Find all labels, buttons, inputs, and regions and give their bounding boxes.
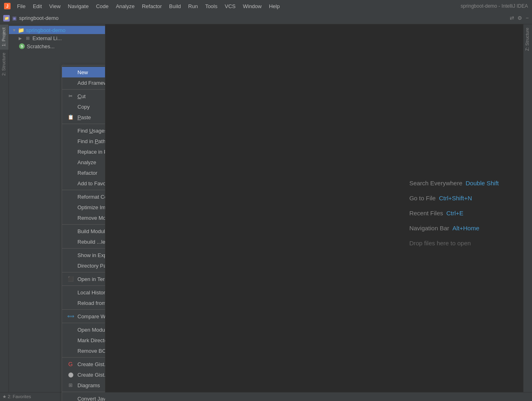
- hint-search: Search Everywhere Double Shift: [409, 179, 499, 186]
- menu-item-convert-java[interactable]: Convert Java File to Kotlin File Ctrl+Al…: [62, 393, 105, 401]
- reload-label: Reload from Disk: [77, 300, 105, 306]
- menu-item-add-favorites[interactable]: Add to Favorites ▶: [62, 178, 105, 189]
- menu-item-remove-bom[interactable]: Remove BOM: [62, 345, 105, 356]
- sep4: [62, 224, 105, 225]
- menu-item-new[interactable]: New ▶: [62, 67, 105, 77]
- sep2: [62, 124, 105, 124]
- replace-path-icon: [67, 148, 74, 155]
- menu-item-local-history[interactable]: Local History ▶: [62, 287, 105, 298]
- menu-item-find-path[interactable]: Find in Path... Ctrl+Shift+F: [62, 136, 105, 146]
- menu-run[interactable]: Run: [185, 2, 201, 11]
- menu-item-remove-module[interactable]: Remove Module Delete: [62, 212, 105, 223]
- menu-item-optimize[interactable]: Optimize Imports Ctrl+Alt+O: [62, 202, 105, 212]
- menu-item-diagrams[interactable]: ⊞ Diagrams ▶: [62, 380, 105, 390]
- menu-item-rebuild[interactable]: Rebuild ...le 'springboot-demo' Ctrl+Shi…: [62, 236, 105, 247]
- sep5: [62, 248, 105, 249]
- tree-item-scratches[interactable]: S Scratches...: [9, 42, 105, 50]
- menu-view[interactable]: View: [46, 2, 64, 11]
- menu-edit[interactable]: Edit: [30, 2, 45, 11]
- menu-item-create-gist-red[interactable]: G Create Gist...: [62, 359, 105, 369]
- hint-goto-file-text: Go to File: [409, 194, 435, 201]
- diagrams-label: Diagrams: [77, 382, 105, 388]
- find-usages-icon: [67, 127, 74, 134]
- project-minimize[interactable]: −: [526, 15, 529, 21]
- convert-java-icon: [67, 395, 74, 401]
- project-tree: ▼ 📁 springboot-demo ▶ ⊞ External Li... S…: [9, 24, 105, 52]
- remove-module-icon: [67, 214, 74, 221]
- project-settings[interactable]: ⚙: [517, 15, 522, 21]
- menu-analyze[interactable]: Analyze: [113, 2, 138, 11]
- menu-item-mark-directory[interactable]: Mark Directory as ▶: [62, 335, 105, 345]
- menu-window[interactable]: Window: [240, 2, 265, 11]
- menu-item-reformat[interactable]: Reformat Code Ctrl+Alt+L: [62, 191, 105, 202]
- title-bar: J File Edit View Navigate Code Analyze R…: [0, 0, 532, 12]
- sep1: [62, 89, 105, 90]
- hint-recent-files: Recent Files Ctrl+E: [409, 209, 499, 216]
- menu-item-replace-path[interactable]: Replace in Path... Ctrl+Shift+R: [62, 146, 105, 157]
- menu-build[interactable]: Build: [166, 2, 184, 11]
- menu-navigate[interactable]: Navigate: [64, 2, 92, 11]
- hint-drop-files-text: Drop files here to open: [409, 239, 471, 246]
- sidebar-tab-structure[interactable]: 2: Structure: [0, 49, 9, 79]
- copy-label: Copy: [77, 104, 105, 110]
- window-title: springboot-demo - IntelliJ IDEA: [461, 3, 528, 9]
- dir-path-icon: [67, 262, 74, 269]
- create-gist-gh-label: Create Gist...: [77, 372, 105, 378]
- project-panel: ▼ 📁 springboot-demo ▶ ⊞ External Li... S…: [9, 24, 105, 401]
- tree-label-root: springboot-demo: [26, 27, 66, 33]
- menu-code[interactable]: Code: [93, 2, 112, 11]
- menu-item-dir-path[interactable]: Directory Path Ctrl+Alt+F12: [62, 260, 105, 271]
- analyze-label: Analyze: [77, 159, 105, 165]
- diagrams-icon: ⊞: [67, 382, 74, 389]
- menu-item-terminal[interactable]: ⬛ Open in Terminal: [62, 274, 105, 284]
- menu-item-find-usages[interactable]: Find Usages Alt+F7: [62, 125, 105, 136]
- project-bar-icon: 📁: [3, 15, 10, 21]
- build-icon: [67, 227, 74, 235]
- find-path-icon: [67, 137, 74, 145]
- menu-item-refactor[interactable]: Refactor ▶: [62, 167, 105, 178]
- sep9: [62, 323, 105, 323]
- editor-area: Search Everywhere Double Shift Go to Fil…: [105, 24, 523, 401]
- menu-item-copy[interactable]: Copy ▶: [62, 101, 105, 112]
- refactor-label: Refactor: [77, 170, 105, 176]
- menu-item-create-gist-gh[interactable]: ⬤ Create Gist...: [62, 369, 105, 380]
- menu-tools[interactable]: Tools: [202, 2, 221, 11]
- tree-item-external[interactable]: ▶ ⊞ External Li...: [9, 34, 105, 42]
- remove-bom-label: Remove BOM: [77, 348, 105, 354]
- remove-bom-icon: [67, 347, 74, 354]
- show-explorer-label: Show in Explorer: [77, 252, 105, 258]
- sidebar-tab-project[interactable]: 1: Project: [0, 24, 9, 49]
- hint-nav-bar: Navigation Bar Alt+Home: [409, 224, 499, 231]
- tree-item-root[interactable]: ▼ 📁 springboot-demo: [9, 26, 105, 34]
- menu-item-open-module-settings[interactable]: Open Module Settings F4: [62, 324, 105, 335]
- menu-help[interactable]: Help: [266, 2, 283, 11]
- menu-item-show-explorer[interactable]: Show in Explorer: [62, 250, 105, 260]
- hint-recent-files-text: Recent Files: [409, 209, 443, 216]
- menu-item-reload[interactable]: Reload from Disk: [62, 298, 105, 308]
- main-area: 1: Project 2: Structure ▼ 📁 springboot-d…: [0, 24, 532, 401]
- menu-item-analyze[interactable]: Analyze ▶: [62, 157, 105, 167]
- menu-item-build[interactable]: Build Module 'springboot-demo': [62, 226, 105, 236]
- hint-goto-file-key: Ctrl+Shift+N: [439, 194, 472, 201]
- menu-item-paste[interactable]: 📋 Paste Ctrl+V: [62, 112, 105, 122]
- project-horizontal-split[interactable]: ⇄: [510, 15, 514, 21]
- menu-refactor[interactable]: Refactor: [139, 2, 165, 11]
- convert-java-label: Convert Java File to Kotlin File: [77, 396, 105, 401]
- new-label: New: [77, 69, 105, 75]
- menu-item-cut[interactable]: ✂ Cut Ctrl+X: [62, 91, 105, 101]
- sidebar-tab-z-structure[interactable]: Z: Structure: [523, 24, 531, 54]
- sidebar-left: 1: Project 2: Structure: [0, 24, 9, 401]
- menu-item-compare[interactable]: ⟺ Compare With... Ctrl+D: [62, 311, 105, 322]
- menu-item-add-framework[interactable]: Add Framework Support...: [62, 77, 105, 88]
- menu-vcs[interactable]: VCS: [221, 2, 239, 11]
- app-icon: J: [4, 3, 11, 9]
- menu-file[interactable]: File: [14, 2, 29, 11]
- favorites-tab[interactable]: ★ 2: Favorites: [2, 394, 31, 399]
- tree-arrow-external: ▶: [19, 36, 23, 41]
- sep10: [62, 357, 105, 358]
- analyze-icon: [67, 159, 74, 166]
- add-framework-icon: [67, 79, 74, 86]
- reformat-icon: [67, 193, 74, 200]
- add-favorites-label: Add to Favorites: [77, 180, 105, 187]
- optimize-icon: [67, 204, 74, 211]
